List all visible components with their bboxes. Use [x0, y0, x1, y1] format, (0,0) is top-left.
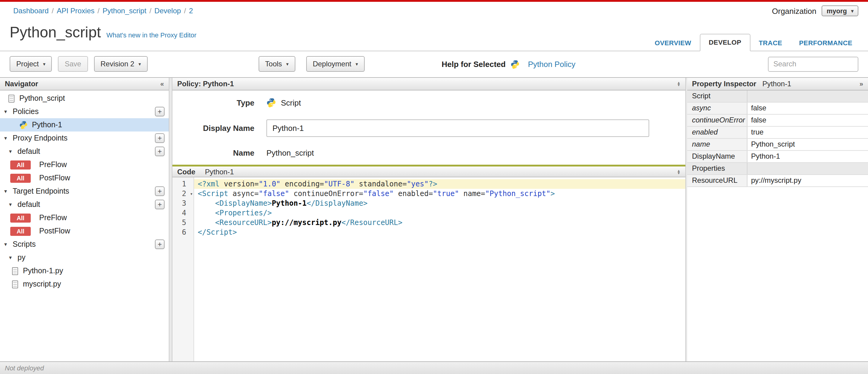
fold-marker-icon[interactable]: ▾ — [190, 190, 193, 199]
breadcrumb-proxy-name[interactable]: Python_script — [102, 7, 146, 15]
line-number: 5 — [173, 218, 193, 227]
add-proxy-endpoint-button[interactable]: + — [155, 133, 164, 143]
nav-item-target-postflow[interactable]: All PostFlow — [0, 224, 169, 238]
line-number: 1 — [173, 179, 193, 189]
nav-item-target-preflow[interactable]: All PreFlow — [0, 211, 169, 224]
nav-item-label: Python_script — [19, 94, 65, 103]
collapse-panel-icon[interactable]: « — [160, 80, 164, 87]
tab-overview[interactable]: OVERVIEW — [646, 35, 700, 51]
property-row[interactable]: Properties — [687, 163, 868, 175]
disclosure-triangle-icon[interactable]: ▾ — [4, 188, 13, 194]
disclosure-triangle-icon[interactable]: ▾ — [9, 148, 18, 154]
nav-group-target-endpoints[interactable]: ▾ Target Endpoints + — [0, 184, 169, 198]
deployment-menu-button[interactable]: Deployment ▾ — [306, 56, 365, 72]
organization-area: Organization myorg ▾ — [772, 5, 858, 16]
add-script-button[interactable]: + — [155, 239, 164, 249]
type-value: Script — [281, 98, 301, 107]
breadcrumb-api-proxies[interactable]: API Proxies — [57, 7, 94, 15]
chevron-down-icon: ▾ — [43, 61, 45, 67]
property-name: ResourceURL — [687, 175, 747, 186]
name-label: Name — [173, 148, 254, 157]
expand-collapse-icon[interactable]: ▲▼ — [677, 81, 681, 86]
all-condition-badge: All — [10, 160, 31, 169]
breadcrumb-revision[interactable]: 2 — [189, 7, 193, 15]
policy-header-title: Policy: Python-1 — [177, 80, 234, 88]
organization-select[interactable]: myorg ▾ — [822, 5, 858, 16]
nav-group-policies[interactable]: ▾ Policies + — [0, 105, 169, 118]
code-line[interactable]: <ResourceURL>py://myscript.py</ResourceU… — [194, 218, 685, 227]
tab-performance[interactable]: PERFORMANCE — [790, 35, 861, 51]
nav-group-py[interactable]: ▾ py — [0, 251, 169, 264]
code-line[interactable]: <DisplayName>Python-1</DisplayName> — [194, 198, 685, 208]
revision-menu-button[interactable]: Revision 2 ▾ — [94, 56, 147, 72]
code-line[interactable]: </Script> — [194, 227, 685, 237]
tools-menu-button[interactable]: Tools ▾ — [258, 56, 296, 72]
property-row[interactable]: Script — [687, 90, 868, 103]
code-header: Code Python-1 ▲▼ — [173, 165, 685, 177]
nav-group-scripts[interactable]: ▾ Scripts + — [0, 238, 169, 251]
python-icon — [267, 98, 276, 107]
code-line[interactable]: <Script async="false" continueOnError="f… — [194, 189, 685, 198]
toolbar: Project ▾ Save Revision 2 ▾ Tools ▾ Depl… — [0, 51, 868, 77]
disclosure-triangle-icon[interactable]: ▾ — [4, 135, 13, 141]
page-title: Python_script — [10, 24, 101, 41]
breadcrumb-develop[interactable]: Develop — [154, 7, 181, 15]
property-value: py://myscript.py — [747, 175, 868, 186]
breadcrumb-dashboard[interactable]: Dashboard — [13, 7, 49, 15]
tab-trace[interactable]: TRACE — [750, 35, 790, 51]
nav-item-script-myscript-py[interactable]: myscript.py — [0, 278, 169, 291]
code-lines[interactable]: <?xml version="1.0" encoding="UTF-8" sta… — [194, 177, 685, 361]
nav-item-script-python-1-py[interactable]: Python-1.py — [0, 264, 169, 278]
property-row[interactable]: enabledtrue — [687, 127, 868, 139]
search-input[interactable] — [768, 56, 858, 71]
property-row[interactable]: asyncfalse — [687, 103, 868, 115]
project-menu-button[interactable]: Project ▾ — [10, 56, 52, 72]
disclosure-triangle-icon[interactable]: ▾ — [4, 109, 13, 115]
display-name-input[interactable] — [267, 119, 649, 137]
nav-item-proxy-postflow[interactable]: All PostFlow — [0, 171, 169, 184]
nav-item-proxy-default[interactable]: ▾ default + — [0, 145, 169, 158]
chevron-down-icon: ▾ — [286, 61, 289, 67]
add-proxy-flow-button[interactable]: + — [155, 147, 164, 156]
policy-header: Policy: Python-1 ▲▼ — [173, 78, 685, 90]
document-icon — [8, 94, 14, 102]
add-target-endpoint-button[interactable]: + — [155, 186, 164, 196]
property-name: enabled — [687, 127, 747, 138]
whats-new-link[interactable]: What's new in the Proxy Editor — [106, 31, 196, 38]
add-policy-button[interactable]: + — [155, 107, 164, 116]
navigator-splitter[interactable] — [169, 78, 173, 361]
nav-item-proxy-root[interactable]: Python_script — [0, 92, 169, 105]
chevron-down-icon: ▾ — [355, 61, 358, 67]
nav-item-label: default — [18, 200, 40, 209]
code-gutter: 12▾3456 — [173, 177, 194, 361]
nav-item-label: PreFlow — [39, 161, 67, 169]
tab-develop[interactable]: DEVELOP — [700, 34, 750, 51]
breadcrumb-separator: / — [150, 7, 152, 15]
python-policy-help-link[interactable]: Python Policy — [528, 59, 576, 68]
disclosure-triangle-icon[interactable]: ▾ — [9, 255, 18, 261]
disclosure-triangle-icon[interactable]: ▾ — [4, 241, 13, 247]
navigator-header: Navigator « — [0, 78, 169, 90]
disclosure-triangle-icon[interactable]: ▾ — [9, 201, 18, 207]
nav-group-proxy-endpoints[interactable]: ▾ Proxy Endpoints + — [0, 132, 169, 145]
nav-item-label: Python-1 — [32, 121, 62, 129]
expand-collapse-icon[interactable]: ▲▼ — [677, 169, 681, 174]
all-condition-badge: All — [10, 173, 31, 182]
add-target-flow-button[interactable]: + — [155, 200, 164, 209]
nav-item-proxy-preflow[interactable]: All PreFlow — [0, 158, 169, 171]
code-line[interactable]: <?xml version="1.0" encoding="UTF-8" sta… — [194, 179, 685, 189]
nav-item-policy-python-1[interactable]: Python-1 — [0, 118, 169, 132]
code-line[interactable]: <Properties/> — [194, 208, 685, 218]
property-row[interactable]: DisplayNamePython-1 — [687, 151, 868, 163]
save-button[interactable]: Save — [58, 56, 88, 72]
help-for-selected-label: Help for Selected — [441, 59, 505, 68]
nav-item-target-default[interactable]: ▾ default + — [0, 198, 169, 211]
expand-panel-icon[interactable]: » — [860, 80, 863, 87]
property-row[interactable]: ResourceURLpy://myscript.py — [687, 175, 868, 187]
property-name: name — [687, 139, 747, 150]
property-row[interactable]: continueOnErrorfalse — [687, 115, 868, 127]
nav-item-label: PreFlow — [39, 213, 67, 222]
all-condition-badge: All — [10, 227, 31, 235]
property-row[interactable]: namePython_script — [687, 139, 868, 151]
save-button-label: Save — [65, 60, 82, 68]
